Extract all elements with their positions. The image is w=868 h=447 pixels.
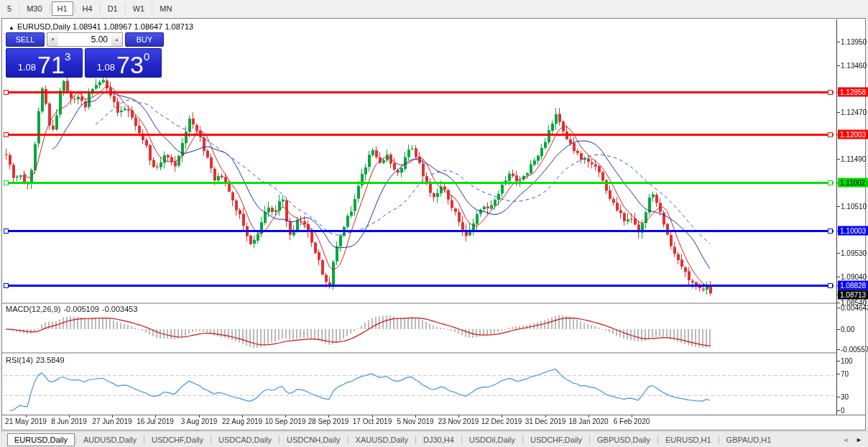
date-axis-label: 31 Dec 2019 bbox=[525, 418, 566, 425]
volume-spinner: ▼ 5.00 ▲ bbox=[47, 32, 123, 47]
price-axis-label: 1.10510 bbox=[841, 203, 867, 211]
date-axis-label: 5 Nov 2019 bbox=[397, 418, 433, 425]
macd-axis-label: -0.005574 bbox=[841, 346, 868, 354]
date-axis-label: 18 Jan 2020 bbox=[568, 418, 608, 425]
price-level-tag: 1.10003 bbox=[838, 226, 868, 236]
date-axis-label: 10 Sep 2019 bbox=[265, 418, 306, 425]
buy-button[interactable]: BUY bbox=[125, 32, 164, 47]
one-click-trading-panel: SELL ▼ 5.00 ▲ BUY 1.08 71 3 1.08 73 0 bbox=[6, 32, 164, 78]
date-axis-label: 28 Sep 2019 bbox=[308, 418, 349, 425]
sell-price-box[interactable]: 1.08 71 3 bbox=[6, 48, 83, 78]
volume-down-icon[interactable]: ▼ bbox=[47, 33, 58, 46]
ohlc-values: 1.08941 1.08967 1.08647 1.08713 bbox=[73, 22, 193, 31]
symbol-period-label: EURUSD,Daily bbox=[17, 22, 70, 31]
rsi-name: RSI(14) bbox=[6, 356, 33, 364]
date-axis-label: 22 Aug 2019 bbox=[222, 418, 262, 425]
sell-button[interactable]: SELL bbox=[6, 32, 45, 47]
price-level-tag: 1.12858 bbox=[838, 88, 868, 97]
mt4-application-window: 5M30H1H4D1W1MN ▲EURUSD,Daily 1.08941 1.0… bbox=[0, 0, 868, 447]
rsi-axis-label: 30 bbox=[841, 393, 849, 401]
price-axis-label: 1.12470 bbox=[841, 109, 867, 116]
date-axis-label: 8 Jun 2019 bbox=[51, 418, 87, 425]
date-axis-label: 16 Jul 2019 bbox=[137, 418, 174, 425]
sell-price-pips: 71 bbox=[37, 54, 65, 75]
price-level-tag: 1.08828 bbox=[838, 281, 868, 290]
price-axis-border bbox=[836, 19, 837, 415]
buy-price-pips: 73 bbox=[116, 54, 144, 75]
rsi-label: RSI(14)23.5849 bbox=[6, 356, 68, 364]
chart-title: ▲EURUSD,Daily 1.08941 1.08967 1.08647 1.… bbox=[9, 22, 193, 31]
price-axis-label: 1.09530 bbox=[841, 249, 867, 257]
sell-price-point: 3 bbox=[65, 50, 70, 63]
macd-axis-label: 0.004643 bbox=[841, 304, 868, 312]
price-axis-label: 1.11490 bbox=[841, 155, 866, 163]
price-axis-label: 1.13460 bbox=[841, 62, 867, 70]
price-axis-label: 1.13950 bbox=[841, 38, 867, 46]
chart-bottom-border bbox=[2, 415, 866, 415]
rsi-axis-label: 100 bbox=[841, 357, 853, 365]
macd-value-main: -0.005109 bbox=[63, 305, 99, 313]
date-axis-label: 3 Aug 2019 bbox=[181, 418, 218, 425]
date-axis-label: 23 Nov 2019 bbox=[438, 418, 479, 425]
price-level-tag: 1.11002 bbox=[838, 178, 868, 188]
date-axis-label: 27 Jun 2019 bbox=[92, 418, 131, 425]
volume-up-icon[interactable]: ▲ bbox=[111, 33, 122, 46]
date-axis-label: 17 Oct 2019 bbox=[353, 418, 392, 425]
macd-value-signal: -0.003453 bbox=[102, 305, 138, 313]
date-axis-label: 21 May 2019 bbox=[5, 418, 47, 425]
buy-price-point: 0 bbox=[144, 50, 149, 63]
rsi-value: 23.5849 bbox=[36, 356, 65, 364]
buy-price-prefix: 1.08 bbox=[97, 62, 115, 73]
date-axis-label: 6 Feb 2020 bbox=[614, 418, 650, 425]
macd-name: MACD(12,26,9) bbox=[6, 305, 60, 313]
buy-price-box[interactable]: 1.08 73 0 bbox=[85, 48, 162, 78]
sell-price-prefix: 1.08 bbox=[18, 62, 36, 73]
macd-axis-label: 0.00 bbox=[841, 326, 854, 333]
macd-label: MACD(12,26,9)-0.005109-0.003453 bbox=[6, 305, 141, 313]
price-level-tag: 1.08713 bbox=[838, 290, 868, 300]
volume-value[interactable]: 5.00 bbox=[58, 33, 111, 46]
rsi-axis-label: 0 bbox=[841, 407, 845, 415]
rsi-axis-label: 70 bbox=[841, 370, 849, 378]
price-level-tag: 1.12003 bbox=[838, 130, 868, 139]
date-axis-label: 12 Dec 2019 bbox=[481, 418, 522, 425]
collapse-arrow-icon[interactable]: ▲ bbox=[9, 24, 14, 31]
price-axis-label: 1.09040 bbox=[841, 273, 867, 281]
rsi-pane-separator[interactable] bbox=[2, 352, 836, 354]
